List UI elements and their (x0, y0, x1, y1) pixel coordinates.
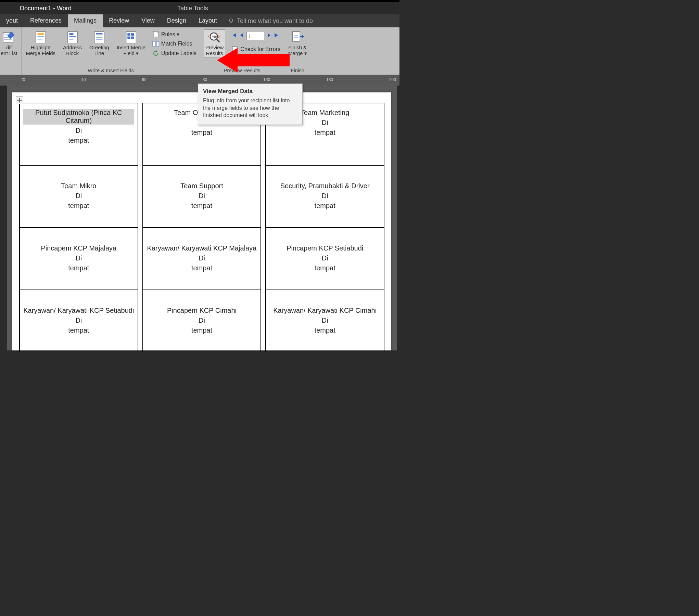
prev-record-button[interactable] (239, 33, 244, 39)
edit-recipient-list-button[interactable]: dit ent List (0, 29, 18, 58)
group-write-label: Write & Insert Fields (88, 67, 134, 75)
label-line1: Di (269, 192, 380, 200)
rules-icon (152, 31, 159, 38)
tab-layout[interactable]: Layout (192, 14, 223, 27)
label-cell[interactable]: Pincapem KCP CimahiDitempat (143, 290, 261, 352)
svg-rect-15 (153, 41, 155, 46)
greeting-icon (93, 31, 106, 44)
group-finish-label: Finish (291, 67, 304, 75)
svg-rect-11 (131, 33, 134, 36)
tab-design[interactable]: Design (161, 14, 192, 27)
edit-list-icon (2, 31, 15, 44)
record-navigation (231, 31, 280, 41)
svg-rect-16 (156, 41, 159, 46)
label-title: Team Mikro (23, 182, 134, 190)
rules-button[interactable]: Rules ▾ (152, 31, 196, 38)
label-line2: tempat (147, 202, 257, 210)
label-line2: tempat (147, 129, 257, 137)
label-cell[interactable]: Karyawan/ Karyawati KCP MajalayaDitempat (143, 228, 261, 290)
table-move-handle[interactable] (16, 97, 23, 104)
page[interactable]: Putut Sudjatmoko (Pinca KC Citarum)Ditem… (12, 92, 391, 350)
annotation-arrow (217, 47, 290, 74)
label-title: Pincapem KCP Majalaya (23, 244, 134, 252)
svg-rect-10 (127, 33, 130, 36)
tooltip-view-merged-data: View Merged Data Plug info from your rec… (198, 84, 303, 125)
label-line2: tempat (147, 264, 257, 272)
label-line2: tempat (23, 202, 134, 210)
label-title: Pincapem KCP Setiabudi (269, 244, 380, 252)
svg-marker-23 (217, 48, 290, 73)
ribbon-tabs: yout References Mailings Review View Des… (0, 14, 399, 27)
label-line2: tempat (269, 264, 380, 272)
label-line2: tempat (269, 202, 380, 210)
label-line1: Di (269, 254, 380, 262)
label-title: Karyawan/ Karyawati KCP Majalaya (147, 244, 257, 252)
svg-text:ABC: ABC (212, 35, 218, 38)
title-bar: Document1 - Word Table Tools (0, 2, 399, 14)
update-icon (152, 50, 159, 57)
label-cell[interactable]: Karyawan/ Karyawati KCP SetiabudiDitempa… (20, 290, 138, 352)
label-title: Pincapem KCP Cimahi (147, 307, 257, 315)
label-line1: Di (23, 127, 134, 134)
label-cell[interactable]: Putut Sudjatmoko (Pinca KC Citarum)Ditem… (20, 103, 138, 165)
ribbon: dit ent List Highlight Merge Fields Addr… (0, 27, 399, 75)
document-area: Putut Sudjatmoko (Pinca KC Citarum)Ditem… (7, 86, 397, 350)
svg-rect-6 (69, 33, 73, 35)
greeting-line-button[interactable]: Greeting Line (89, 29, 110, 58)
contextual-tab-label: Table Tools (177, 5, 208, 12)
highlight-merge-fields-button[interactable]: Highlight Merge Fields (25, 29, 56, 58)
address-icon (66, 31, 79, 44)
svg-rect-1 (230, 22, 231, 23)
tab-references[interactable]: References (24, 14, 68, 27)
label-title: Karyawan/ Karyawati KCP Setiabudi (23, 307, 134, 315)
label-line1: Di (269, 317, 380, 324)
finish-merge-button[interactable]: Finish & Merge ▾ (288, 29, 308, 58)
svg-point-0 (229, 19, 232, 22)
svg-rect-13 (131, 37, 134, 39)
window-title: Document1 - Word (20, 5, 72, 12)
insert-merge-icon (125, 31, 138, 44)
label-line1: Di (147, 317, 257, 324)
move-icon (17, 98, 22, 103)
labels-table: Putut Sudjatmoko (Pinca KC Citarum)Ditem… (19, 103, 384, 352)
tab-layout-left[interactable]: yout (0, 14, 24, 27)
label-line1: Di (23, 192, 134, 200)
update-labels-button[interactable]: Update Labels (152, 50, 196, 57)
match-fields-button[interactable]: Match Fields (152, 40, 196, 47)
label-line2: tempat (23, 264, 134, 272)
label-title: Karyawan/ Karyawati KCP Cimahi (269, 307, 380, 315)
preview-icon: ABC (208, 31, 221, 44)
address-block-button[interactable]: Address Block (62, 29, 82, 58)
label-cell[interactable]: Team MikroDitempat (20, 165, 138, 228)
label-line1: Di (147, 192, 257, 200)
label-line2: tempat (269, 326, 380, 334)
label-line2: tempat (23, 326, 134, 334)
next-record-button[interactable] (266, 33, 272, 39)
highlight-icon (34, 31, 47, 44)
label-title: Putut Sudjatmoko (Pinca KC Citarum) (23, 109, 134, 125)
last-record-button[interactable] (274, 33, 279, 39)
label-title: Team Support (147, 182, 257, 190)
bulb-icon (228, 18, 234, 24)
match-icon (152, 40, 159, 47)
label-cell[interactable]: Pincapem KCP SetiabudiDitempat (266, 228, 384, 290)
tab-view[interactable]: View (135, 14, 161, 27)
label-cell[interactable]: Team SupportDitempat (143, 165, 261, 228)
label-line1: Di (23, 317, 134, 324)
svg-rect-8 (96, 33, 102, 35)
tell-me-placeholder: Tell me what you want to do (237, 17, 313, 25)
label-cell[interactable]: Karyawan/ Karyawati KCP CimahiDitempat (266, 290, 384, 352)
label-line1: Di (23, 254, 134, 262)
tab-mailings[interactable]: Mailings (68, 14, 103, 27)
label-title: Security, Pramubakti & Driver (269, 182, 380, 190)
tab-review[interactable]: Review (103, 14, 135, 27)
label-line2: tempat (147, 326, 257, 334)
tooltip-title: View Merged Data (203, 88, 297, 95)
tell-me-search[interactable]: Tell me what you want to do (223, 14, 318, 27)
label-cell[interactable]: Security, Pramubakti & DriverDitempat (266, 165, 384, 228)
insert-merge-field-button[interactable]: Insert Merge Field ▾ (116, 29, 146, 58)
record-number-input[interactable] (246, 32, 264, 40)
first-record-button[interactable] (231, 33, 237, 39)
label-cell[interactable]: Pincapem KCP MajalayaDitempat (20, 228, 138, 290)
svg-rect-12 (127, 37, 130, 39)
